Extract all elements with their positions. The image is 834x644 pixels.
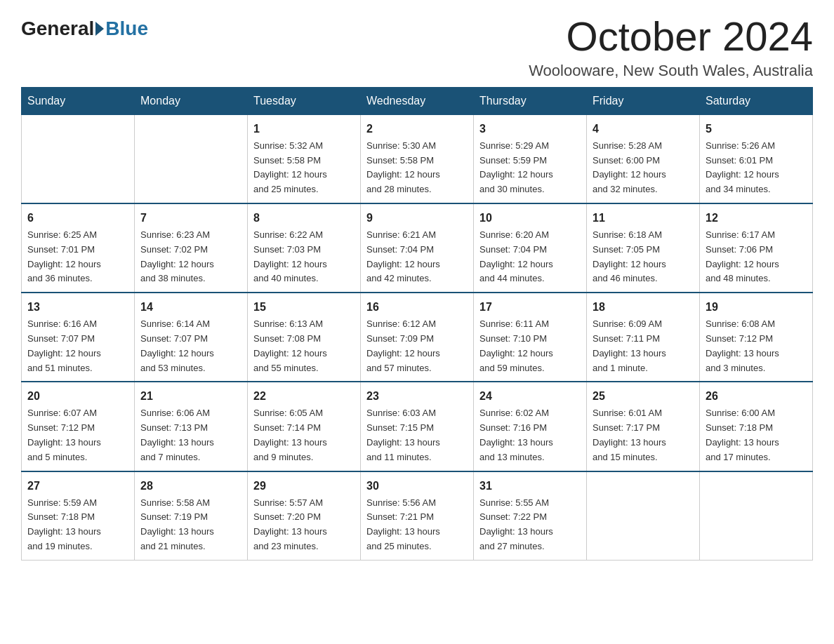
day-number: 29 <box>253 478 355 495</box>
calendar-cell: 30Sunrise: 5:56 AMSunset: 7:21 PMDayligh… <box>361 471 474 561</box>
weekday-header-saturday: Saturday <box>700 87 813 114</box>
day-info: Sunrise: 6:03 AMSunset: 7:15 PMDaylight:… <box>366 406 468 464</box>
day-info: Sunrise: 5:26 AMSunset: 6:01 PMDaylight:… <box>706 139 807 197</box>
day-number: 6 <box>27 210 128 227</box>
day-number: 14 <box>140 299 241 316</box>
month-title: October 2024 <box>529 14 813 59</box>
calendar-cell: 18Sunrise: 6:09 AMSunset: 7:11 PMDayligh… <box>587 293 700 382</box>
weekday-header-tuesday: Tuesday <box>248 87 361 114</box>
day-number: 31 <box>479 478 581 495</box>
calendar-cell: 2Sunrise: 5:30 AMSunset: 5:58 PMDaylight… <box>361 114 474 203</box>
day-info: Sunrise: 6:21 AMSunset: 7:04 PMDaylight:… <box>366 228 468 286</box>
day-number: 5 <box>706 121 807 137</box>
calendar-cell: 1Sunrise: 5:32 AMSunset: 5:58 PMDaylight… <box>248 114 361 203</box>
calendar-cell: 3Sunrise: 5:29 AMSunset: 5:59 PMDaylight… <box>474 114 587 203</box>
calendar-cell: 17Sunrise: 6:11 AMSunset: 7:10 PMDayligh… <box>474 293 587 382</box>
calendar-cell: 7Sunrise: 6:23 AMSunset: 7:02 PMDaylight… <box>135 203 248 293</box>
day-info: Sunrise: 6:09 AMSunset: 7:11 PMDaylight:… <box>593 317 694 375</box>
day-info: Sunrise: 5:28 AMSunset: 6:00 PMDaylight:… <box>593 139 694 197</box>
day-info: Sunrise: 6:00 AMSunset: 7:18 PMDaylight:… <box>706 406 807 464</box>
day-number: 26 <box>706 388 807 405</box>
day-number: 10 <box>479 210 581 227</box>
day-number: 25 <box>593 388 694 405</box>
calendar-cell: 16Sunrise: 6:12 AMSunset: 7:09 PMDayligh… <box>361 293 474 382</box>
day-number: 9 <box>366 210 468 227</box>
day-info: Sunrise: 6:16 AMSunset: 7:07 PMDaylight:… <box>27 317 128 375</box>
day-number: 1 <box>253 121 355 137</box>
day-info: Sunrise: 5:58 AMSunset: 7:19 PMDaylight:… <box>140 496 241 554</box>
logo: General Blue <box>21 18 148 40</box>
day-number: 7 <box>140 210 241 227</box>
day-info: Sunrise: 6:08 AMSunset: 7:12 PMDaylight:… <box>706 317 807 375</box>
day-info: Sunrise: 6:25 AMSunset: 7:01 PMDaylight:… <box>27 228 128 286</box>
day-info: Sunrise: 6:02 AMSunset: 7:16 PMDaylight:… <box>479 406 581 464</box>
day-info: Sunrise: 6:11 AMSunset: 7:10 PMDaylight:… <box>479 317 581 375</box>
day-info: Sunrise: 5:55 AMSunset: 7:22 PMDaylight:… <box>479 496 581 554</box>
calendar-cell: 12Sunrise: 6:17 AMSunset: 7:06 PMDayligh… <box>700 203 813 293</box>
week-row-5: 27Sunrise: 5:59 AMSunset: 7:18 PMDayligh… <box>22 471 813 561</box>
logo-area: General Blue <box>21 14 148 40</box>
day-info: Sunrise: 6:20 AMSunset: 7:04 PMDaylight:… <box>479 228 581 286</box>
day-number: 19 <box>706 299 807 316</box>
day-number: 22 <box>253 388 355 405</box>
calendar-cell: 21Sunrise: 6:06 AMSunset: 7:13 PMDayligh… <box>135 382 248 471</box>
week-row-1: 1Sunrise: 5:32 AMSunset: 5:58 PMDaylight… <box>22 114 813 203</box>
calendar-cell: 13Sunrise: 6:16 AMSunset: 7:07 PMDayligh… <box>22 293 135 382</box>
calendar-cell: 24Sunrise: 6:02 AMSunset: 7:16 PMDayligh… <box>474 382 587 471</box>
calendar-cell <box>700 471 813 561</box>
calendar-cell: 20Sunrise: 6:07 AMSunset: 7:12 PMDayligh… <box>22 382 135 471</box>
calendar-cell: 15Sunrise: 6:13 AMSunset: 7:08 PMDayligh… <box>248 293 361 382</box>
day-info: Sunrise: 6:18 AMSunset: 7:05 PMDaylight:… <box>593 228 694 286</box>
calendar-cell: 29Sunrise: 5:57 AMSunset: 7:20 PMDayligh… <box>248 471 361 561</box>
weekday-header-monday: Monday <box>135 87 248 114</box>
day-number: 15 <box>253 299 355 316</box>
calendar-cell: 6Sunrise: 6:25 AMSunset: 7:01 PMDaylight… <box>22 203 135 293</box>
day-info: Sunrise: 6:13 AMSunset: 7:08 PMDaylight:… <box>253 317 355 375</box>
calendar-cell: 31Sunrise: 5:55 AMSunset: 7:22 PMDayligh… <box>474 471 587 561</box>
calendar-cell: 11Sunrise: 6:18 AMSunset: 7:05 PMDayligh… <box>587 203 700 293</box>
day-number: 30 <box>366 478 468 495</box>
day-number: 2 <box>366 121 468 137</box>
day-number: 3 <box>479 121 581 137</box>
calendar-cell: 28Sunrise: 5:58 AMSunset: 7:19 PMDayligh… <box>135 471 248 561</box>
day-number: 21 <box>140 388 241 405</box>
calendar-cell <box>22 114 135 203</box>
calendar-cell: 23Sunrise: 6:03 AMSunset: 7:15 PMDayligh… <box>361 382 474 471</box>
location-title: Woolooware, New South Wales, Australia <box>529 62 813 80</box>
logo-general-text: General <box>21 18 94 40</box>
calendar-cell: 14Sunrise: 6:14 AMSunset: 7:07 PMDayligh… <box>135 293 248 382</box>
header: General Blue October 2024 Woolooware, Ne… <box>21 14 813 80</box>
calendar-cell: 26Sunrise: 6:00 AMSunset: 7:18 PMDayligh… <box>700 382 813 471</box>
weekday-header-thursday: Thursday <box>474 87 587 114</box>
day-number: 11 <box>593 210 694 227</box>
calendar-cell <box>135 114 248 203</box>
calendar-cell: 25Sunrise: 6:01 AMSunset: 7:17 PMDayligh… <box>587 382 700 471</box>
day-number: 4 <box>593 121 694 137</box>
weekday-header-sunday: Sunday <box>22 87 135 114</box>
week-row-2: 6Sunrise: 6:25 AMSunset: 7:01 PMDaylight… <box>22 203 813 293</box>
day-number: 28 <box>140 478 241 495</box>
calendar-cell <box>587 471 700 561</box>
day-number: 23 <box>366 388 468 405</box>
calendar-cell: 19Sunrise: 6:08 AMSunset: 7:12 PMDayligh… <box>700 293 813 382</box>
day-info: Sunrise: 5:59 AMSunset: 7:18 PMDaylight:… <box>27 496 128 554</box>
day-info: Sunrise: 5:29 AMSunset: 5:59 PMDaylight:… <box>479 139 581 197</box>
weekday-header-wednesday: Wednesday <box>361 87 474 114</box>
day-number: 13 <box>27 299 128 316</box>
day-number: 17 <box>479 299 581 316</box>
day-info: Sunrise: 5:30 AMSunset: 5:58 PMDaylight:… <box>366 139 468 197</box>
day-info: Sunrise: 6:23 AMSunset: 7:02 PMDaylight:… <box>140 228 241 286</box>
weekday-header-row: SundayMondayTuesdayWednesdayThursdayFrid… <box>22 87 813 114</box>
day-number: 24 <box>479 388 581 405</box>
calendar-table: SundayMondayTuesdayWednesdayThursdayFrid… <box>21 87 813 561</box>
logo-blue-text: Blue <box>105 18 148 40</box>
day-info: Sunrise: 6:17 AMSunset: 7:06 PMDaylight:… <box>706 228 807 286</box>
week-row-4: 20Sunrise: 6:07 AMSunset: 7:12 PMDayligh… <box>22 382 813 471</box>
calendar-cell: 4Sunrise: 5:28 AMSunset: 6:00 PMDaylight… <box>587 114 700 203</box>
calendar-cell: 9Sunrise: 6:21 AMSunset: 7:04 PMDaylight… <box>361 203 474 293</box>
title-area: October 2024 Woolooware, New South Wales… <box>529 14 813 80</box>
calendar-cell: 27Sunrise: 5:59 AMSunset: 7:18 PMDayligh… <box>22 471 135 561</box>
calendar-cell: 5Sunrise: 5:26 AMSunset: 6:01 PMDaylight… <box>700 114 813 203</box>
weekday-header-friday: Friday <box>587 87 700 114</box>
calendar-cell: 10Sunrise: 6:20 AMSunset: 7:04 PMDayligh… <box>474 203 587 293</box>
